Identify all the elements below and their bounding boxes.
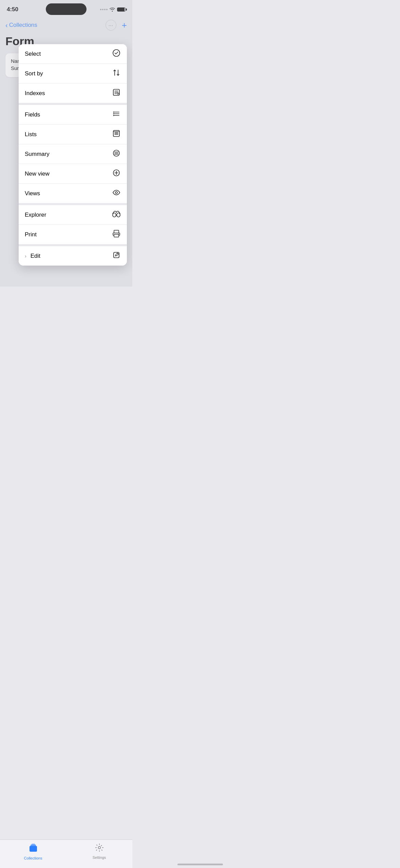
svg-point-0 <box>113 50 120 56</box>
menu-item-indexes[interactable]: Indexes <box>19 84 127 103</box>
svg-point-26 <box>117 213 120 217</box>
menu-label-lists: Lists <box>25 131 37 138</box>
menu-group-3: Explorer Print <box>19 203 127 244</box>
print-icon <box>112 230 121 239</box>
explorer-binoculars-icon <box>112 210 121 220</box>
menu-item-fields[interactable]: Fields <box>19 105 127 125</box>
menu-group-1: Select Sort by Indexes <box>19 44 127 103</box>
menu-label-fields: Fields <box>25 111 40 118</box>
dropdown-menu: Select Sort by Indexes <box>19 44 127 266</box>
sort-icon <box>112 69 121 78</box>
svg-point-24 <box>115 192 117 194</box>
menu-item-sort-by[interactable]: Sort by <box>19 64 127 84</box>
lists-icon <box>112 129 121 139</box>
eye-icon <box>112 188 121 198</box>
menu-item-print[interactable]: Print <box>19 225 127 244</box>
edit-item-left: › Edit <box>25 253 40 259</box>
menu-group-2: Fields Lists <box>19 103 127 203</box>
svg-rect-27 <box>114 230 119 233</box>
svg-point-9 <box>113 112 114 113</box>
checkmark-circle-icon <box>112 49 121 59</box>
menu-label-sort-by: Sort by <box>25 70 43 77</box>
menu-label-indexes: Indexes <box>25 90 45 97</box>
menu-label-print: Print <box>25 231 37 238</box>
menu-item-explorer[interactable]: Explorer <box>19 205 127 225</box>
fields-list-icon <box>112 110 121 120</box>
menu-item-edit[interactable]: › Edit <box>19 246 127 266</box>
summary-icon <box>112 149 121 159</box>
edit-chevron-icon: › <box>25 253 26 259</box>
menu-label-views: Views <box>25 190 40 197</box>
menu-label-select: Select <box>25 51 41 57</box>
svg-rect-30 <box>114 252 119 258</box>
svg-point-25 <box>113 213 116 217</box>
menu-item-lists[interactable]: Lists <box>19 125 127 144</box>
svg-rect-28 <box>114 234 119 237</box>
menu-item-views[interactable]: Views <box>19 184 127 203</box>
menu-label-new-view: New view <box>25 170 50 177</box>
svg-point-11 <box>113 115 114 116</box>
menu-label-edit: Edit <box>31 253 40 259</box>
menu-item-summary[interactable]: Summary <box>19 144 127 164</box>
new-view-icon <box>112 169 121 179</box>
svg-point-29 <box>118 234 119 234</box>
svg-point-5 <box>117 93 119 94</box>
menu-label-summary: Summary <box>25 151 50 158</box>
menu-group-4: › Edit <box>19 244 127 266</box>
menu-item-select[interactable]: Select <box>19 44 127 64</box>
indexes-icon <box>112 88 121 98</box>
edit-pencil-icon <box>112 251 121 261</box>
svg-point-10 <box>113 113 114 114</box>
menu-label-explorer: Explorer <box>25 212 46 218</box>
menu-item-new-view[interactable]: New view <box>19 164 127 184</box>
